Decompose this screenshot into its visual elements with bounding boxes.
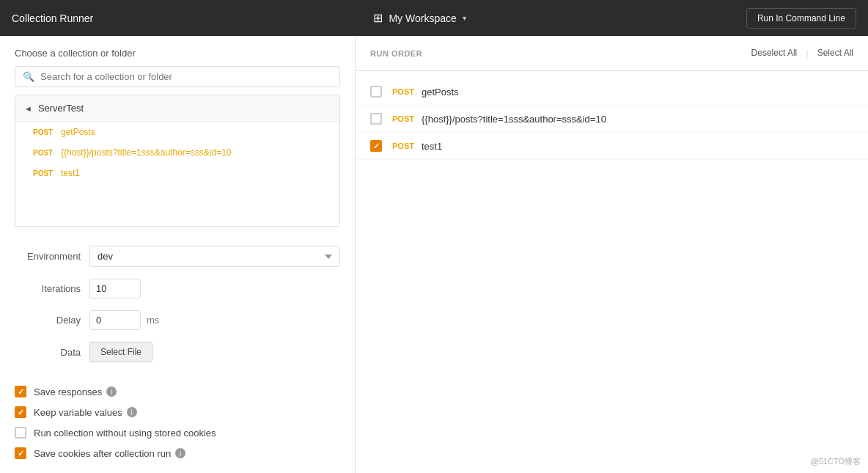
collection-item[interactable]: POST test1 [15, 163, 339, 183]
keep-variable-row: Keep variable values i [0, 406, 355, 418]
right-panel: RUN ORDER Deselect All | Select All POST… [356, 36, 868, 473]
run-item-method-3: POST [392, 142, 414, 150]
select-all-link[interactable]: Select All [817, 48, 853, 59]
collection-item[interactable]: POST getPosts [15, 122, 339, 142]
save-cookies-info-icon[interactable]: i [175, 448, 185, 458]
environment-select[interactable]: dev [89, 246, 340, 267]
run-item-checkbox-1[interactable] [370, 86, 382, 98]
iterations-label: Iterations [15, 283, 81, 294]
collapse-arrow-icon: ◄ [24, 104, 32, 113]
app-title: Collection Runner [12, 12, 93, 24]
delay-label: Delay [15, 315, 81, 326]
save-responses-row: Save responses i [0, 386, 355, 397]
delay-row: Delay ms [15, 310, 340, 330]
run-item-url-3: test1 [422, 141, 442, 152]
header-left: Collection Runner [12, 12, 93, 24]
collection-tree: ◄ ServerTest POST getPosts POST {{host}}… [15, 95, 340, 227]
workspace-name: My Workspace [389, 12, 456, 24]
delay-input[interactable] [89, 310, 141, 330]
run-order-title: RUN ORDER [370, 49, 422, 58]
watermark: @51CTO博客 [811, 456, 861, 467]
run-no-cookies-checkbox[interactable] [15, 427, 26, 439]
save-cookies-label: Save cookies after collection run [34, 448, 171, 459]
data-row: Data Select File [15, 342, 340, 362]
search-input[interactable] [40, 71, 332, 82]
save-cookies-row: Save cookies after collection run i [0, 447, 355, 459]
item-url: test1 [61, 168, 80, 178]
save-cookies-checkbox[interactable] [15, 447, 26, 459]
run-item-url-1: getPosts [422, 87, 459, 98]
workspace-icon: ⊞ [373, 11, 383, 25]
run-item-method-2: POST [392, 114, 414, 123]
workspace-selector[interactable]: ⊞ My Workspace ▾ [373, 11, 466, 25]
method-badge-post: POST [33, 149, 55, 157]
run-item: POST {{host}}/posts?title=1sss&author=ss… [356, 106, 868, 133]
config-section: Environment dev Iterations Delay ms Data… [0, 234, 355, 386]
run-item-checkbox-2[interactable] [370, 113, 382, 125]
collection-item[interactable]: POST {{host}}/posts?title=1sss&author=ss… [15, 142, 339, 163]
environment-label: Environment [15, 251, 81, 262]
iterations-row: Iterations [15, 279, 340, 298]
save-responses-label: Save responses [34, 386, 102, 397]
collection-header[interactable]: ◄ ServerTest [15, 95, 339, 122]
run-no-cookies-row: Run collection without using stored cook… [0, 427, 355, 439]
delay-unit-label: ms [147, 315, 159, 326]
run-items-list: POST getPosts POST {{host}}/posts?title=… [356, 71, 868, 473]
keep-variable-info-icon[interactable]: i [127, 407, 137, 417]
search-box: 🔍 [15, 66, 340, 87]
method-badge-post: POST [33, 128, 55, 136]
save-responses-info-icon[interactable]: i [106, 386, 117, 397]
collection-name: ServerTest [38, 103, 84, 114]
app-header: Collection Runner ⊞ My Workspace ▾ Run I… [0, 0, 868, 36]
iterations-input[interactable] [89, 279, 141, 298]
action-divider: | [806, 48, 808, 59]
search-icon: 🔍 [23, 71, 34, 82]
run-item: POST getPosts [356, 78, 868, 106]
select-file-button[interactable]: Select File [89, 342, 152, 362]
chevron-down-icon: ▾ [463, 14, 466, 22]
left-panel: Choose a collection or folder 🔍 ◄ Server… [0, 36, 356, 473]
run-item-checkbox-3[interactable] [370, 140, 382, 152]
method-badge-post: POST [33, 169, 55, 177]
run-order-header: RUN ORDER Deselect All | Select All [356, 36, 868, 71]
item-url: {{host}}/posts?title=1sss&author=sss&id=… [61, 147, 232, 158]
run-order-actions: Deselect All | Select All [751, 48, 853, 59]
save-responses-checkbox[interactable] [15, 386, 26, 397]
run-item-url-2: {{host}}/posts?title=1sss&author=sss&id=… [422, 114, 606, 125]
main-layout: Choose a collection or folder 🔍 ◄ Server… [0, 36, 868, 473]
deselect-all-link[interactable]: Deselect All [751, 48, 798, 59]
environment-row: Environment dev [15, 246, 340, 267]
choose-collection-label: Choose a collection or folder [0, 36, 355, 66]
run-item-method-1: POST [392, 87, 414, 96]
item-url: getPosts [61, 127, 95, 137]
run-no-cookies-label: Run collection without using stored cook… [34, 428, 216, 439]
run-item: POST test1 [356, 133, 868, 160]
data-label: Data [15, 347, 81, 358]
keep-variable-label: Keep variable values [34, 407, 122, 418]
keep-variable-checkbox[interactable] [15, 406, 26, 418]
run-in-command-line-button[interactable]: Run In Command Line [746, 8, 856, 29]
